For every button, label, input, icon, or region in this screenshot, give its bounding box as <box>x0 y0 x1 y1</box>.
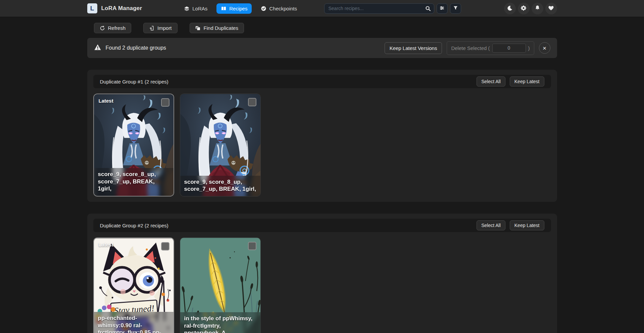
banner-message: Found 2 duplicate groups <box>106 45 166 51</box>
settings-button[interactable] <box>518 3 530 14</box>
recipe-caption: pp-enchanted-whimsy:0.90 ral-frctlgmtry_… <box>94 312 174 333</box>
import-label: Import <box>157 25 172 31</box>
search-group <box>324 3 461 14</box>
search-options-button[interactable] <box>437 3 448 14</box>
refresh-label: Refresh <box>108 25 126 31</box>
card-checkbox[interactable] <box>161 242 169 251</box>
tab-label: Checkpoints <box>269 6 297 11</box>
keep-latest-button[interactable]: Keep Latest <box>510 220 544 230</box>
top-navbar: L LoRA Manager LoRAs Recipes C <box>0 0 644 17</box>
recipe-caption: score_9, score_8_up, score_7_up, BREAK, … <box>180 176 260 197</box>
app-title: LoRA Manager <box>101 5 142 12</box>
bell-icon <box>535 5 540 12</box>
tab-checkpoints[interactable]: Checkpoints <box>256 3 301 14</box>
logo-letter: L <box>90 5 94 12</box>
tab-label: LoRAs <box>192 6 207 11</box>
group-2-header: Duplicate Group #2 (2 recipes) Select Al… <box>93 219 551 232</box>
layers-icon <box>184 6 190 11</box>
moon-icon <box>507 5 513 12</box>
duplicates-banner: Found 2 duplicate groups Keep Latest Ver… <box>87 38 557 58</box>
card-checkbox[interactable] <box>161 98 169 107</box>
keep-latest-versions-button[interactable]: Keep Latest Versions <box>385 42 442 54</box>
funnel-icon <box>453 5 458 11</box>
group-title: Duplicate Group #2 (2 recipes) <box>100 223 168 228</box>
support-button[interactable] <box>545 3 557 14</box>
sliders-icon <box>439 5 445 12</box>
refresh-icon <box>100 25 105 31</box>
recipe-card[interactable]: Latest pp-enchanted-whimsy:0.90 ral-frct… <box>93 237 174 333</box>
heart-icon <box>548 5 554 12</box>
notifications-button[interactable] <box>532 3 543 14</box>
warning-icon <box>94 44 101 52</box>
app-logo-icon: L <box>87 3 97 13</box>
tab-recipes[interactable]: Recipes <box>216 3 252 14</box>
tab-label: Recipes <box>229 6 247 11</box>
recipe-caption: in the style of ppWhimsy, ral-frctlgmtry… <box>180 312 260 333</box>
refresh-button[interactable]: Refresh <box>94 23 132 33</box>
latest-badge: Latest <box>99 98 113 104</box>
search-icon[interactable] <box>425 6 431 13</box>
delete-selected-suffix: ) <box>528 45 530 51</box>
select-all-button[interactable]: Select All <box>477 220 505 230</box>
delete-selected-button[interactable]: Delete Selected ( ) <box>447 41 534 55</box>
app-brand[interactable]: L LoRA Manager <box>87 3 142 13</box>
keep-latest-button[interactable]: Keep Latest <box>510 76 544 87</box>
gear-icon <box>521 5 527 12</box>
close-banner-button[interactable]: × <box>539 42 550 54</box>
recipe-caption: score_9, score_8_up, score_7_up, BREAK, … <box>94 168 174 196</box>
theme-toggle-button[interactable] <box>504 3 516 14</box>
card-checkbox[interactable] <box>248 98 256 106</box>
recipes-toolbar: Refresh Import Find Duplicates <box>87 17 557 33</box>
recipe-card[interactable]: Latest score_9, score_8_up, score_7_up, … <box>93 94 174 197</box>
import-icon <box>149 25 154 31</box>
duplicate-group-2: Duplicate Group #2 (2 recipes) Select Al… <box>87 214 557 333</box>
recipe-card[interactable]: in the style of ppWhimsy, ral-frctlgmtry… <box>180 237 261 333</box>
check-circle-icon <box>261 6 266 11</box>
latest-badge: Latest <box>99 242 113 247</box>
duplicate-group-1: Duplicate Group #1 (2 recipes) Select Al… <box>87 70 557 202</box>
selected-count-input[interactable] <box>492 44 526 53</box>
recipe-card[interactable]: score_9, score_8_up, score_7_up, BREAK, … <box>180 94 261 197</box>
select-all-button[interactable]: Select All <box>477 76 505 87</box>
duplicates-icon <box>195 25 201 31</box>
delete-selected-prefix: Delete Selected ( <box>451 45 490 51</box>
close-icon: × <box>543 45 546 51</box>
card-checkbox[interactable] <box>248 242 256 250</box>
find-duplicates-label: Find Duplicates <box>204 25 238 31</box>
page-content: Refresh Import Find Duplicates Found 2 d… <box>87 17 557 333</box>
tab-loras[interactable]: LoRAs <box>180 3 212 14</box>
filter-button[interactable] <box>450 3 461 14</box>
open-book-icon <box>221 6 227 11</box>
find-duplicates-button[interactable]: Find Duplicates <box>190 23 244 33</box>
import-button[interactable]: Import <box>143 23 178 33</box>
header-actions <box>504 3 557 14</box>
group-title: Duplicate Group #1 (2 recipes) <box>100 79 168 85</box>
main-nav: LoRAs Recipes Checkpoints <box>180 3 301 14</box>
group-1-header: Duplicate Group #1 (2 recipes) Select Al… <box>93 75 551 88</box>
search-input[interactable] <box>324 3 434 14</box>
